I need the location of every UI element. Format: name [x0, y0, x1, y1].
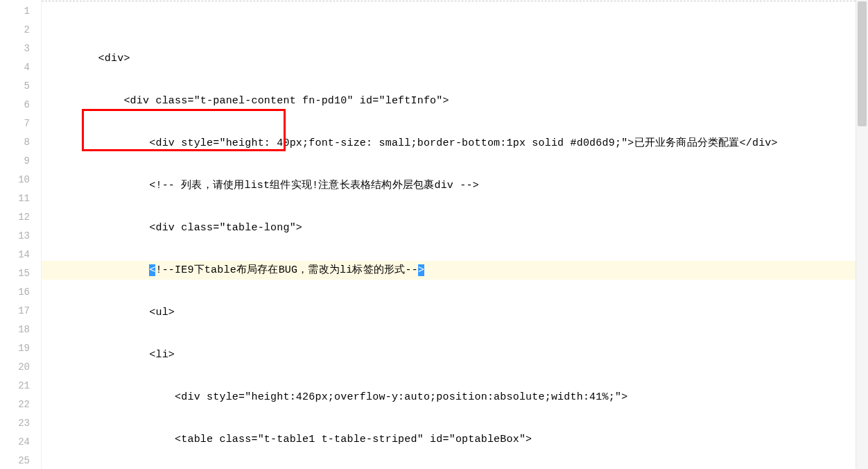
- code-editor[interactable]: 1 2 3 4 5 6 7 8 9 10 11 12 13 14 15 16 1…: [0, 0, 868, 469]
- line-number: 23: [0, 414, 30, 433]
- line-number-gutter: 1 2 3 4 5 6 7 8 9 10 11 12 13 14 15 16 1…: [0, 0, 42, 469]
- code-line[interactable]: <div style="height: 40px;font-size: smal…: [42, 134, 868, 153]
- line-number: 21: [0, 377, 30, 395]
- line-number: 6: [0, 96, 30, 114]
- line-number: 18: [0, 321, 30, 339]
- line-number: 20: [0, 358, 30, 377]
- line-number: 1: [0, 2, 30, 21]
- vertical-scrollbar[interactable]: [856, 0, 868, 469]
- line-number: 8: [0, 133, 30, 152]
- code-line[interactable]: <div style="height:426px;overflow-y:auto…: [42, 388, 868, 407]
- line-number: 9: [0, 152, 30, 171]
- line-number: 19: [0, 339, 30, 358]
- line-number: 10: [0, 171, 30, 189]
- code-line[interactable]: <!-- 列表，请使用list组件实现!注意长表格结构外层包裹div -->: [42, 176, 868, 195]
- line-number: 25: [0, 452, 30, 469]
- line-number: 11: [0, 189, 30, 208]
- scrollbar-thumb[interactable]: [858, 1, 867, 126]
- code-line-highlighted[interactable]: <!--IE9下table布局存在BUG，需改为li标签的形式-->: [42, 261, 868, 280]
- line-number: 16: [0, 283, 30, 302]
- code-area[interactable]: <div> <div class="t-panel-content fn-pd1…: [42, 0, 868, 469]
- line-number: 17: [0, 302, 30, 321]
- line-number: 7: [0, 114, 30, 133]
- code-line[interactable]: <div class="t-panel-content fn-pd10" id=…: [42, 92, 868, 110]
- line-number: 5: [0, 77, 30, 96]
- line-number: 14: [0, 246, 30, 264]
- line-number: 2: [0, 21, 30, 40]
- line-number: 15: [0, 264, 30, 283]
- code-line[interactable]: <div class="table-long">: [42, 219, 868, 237]
- code-line[interactable]: <table class="t-table1 t-table-striped" …: [42, 430, 868, 449]
- line-number: 22: [0, 395, 30, 414]
- code-line[interactable]: <li>: [42, 346, 868, 364]
- selection: >: [418, 264, 424, 276]
- line-number: 13: [0, 227, 30, 246]
- line-number: 3: [0, 40, 30, 58]
- line-number: 12: [0, 208, 30, 227]
- line-number: 4: [0, 58, 30, 77]
- code-line[interactable]: <ul>: [42, 303, 868, 322]
- line-number: 24: [0, 433, 30, 452]
- code-line[interactable]: <div>: [42, 49, 868, 68]
